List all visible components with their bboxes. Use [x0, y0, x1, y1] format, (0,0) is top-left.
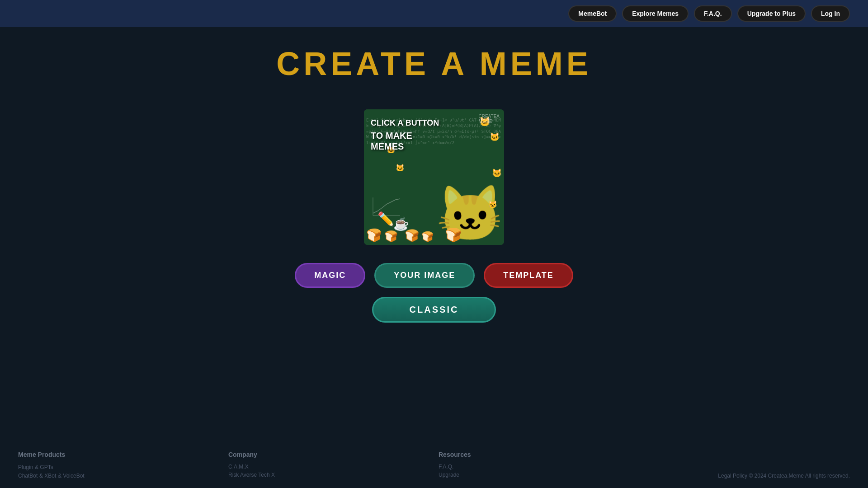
footer-copyright: Legal Policy © 2024 Createa.Meme All rig… — [649, 451, 850, 479]
nav-buttons: MemeBot Explore Memes F.A.Q. Upgrade to … — [568, 5, 850, 22]
meme-image-placeholder: E=mc² f(x)=ax²+bx+c ∫f(x)dx Σn=1∞ ∂²u/∂t… — [364, 109, 504, 245]
footer-resources-title: Resources — [439, 451, 640, 458]
cat-face-4: 🐱 — [488, 200, 497, 209]
page-title: Create A Meme — [276, 45, 591, 82]
footer-bots-row: ChatBot & XBot & VoiceBot — [18, 472, 219, 479]
footer-products-title: Meme Products — [18, 451, 219, 458]
login-button[interactable]: Log In — [811, 5, 850, 22]
explore-memes-button[interactable]: Explore Memes — [622, 5, 689, 22]
footer-resources-col: Resources F.A.Q. Upgrade — [439, 451, 640, 479]
action-buttons-row2: CLASSIC — [372, 297, 496, 323]
meme-line2: TO MAKE — [371, 130, 439, 141]
upgrade-button[interactable]: Upgrade to Plus — [737, 5, 806, 22]
footer-company-title: Company — [228, 451, 429, 458]
header: MemeBot Explore Memes F.A.Q. Upgrade to … — [0, 0, 868, 27]
footer-voicebot-link[interactable]: VoiceBot — [63, 473, 84, 479]
memebot-button[interactable]: MemeBot — [568, 5, 617, 22]
cat-face-3: 🐱 — [492, 168, 502, 178]
your-image-button[interactable]: YOUR IMAGE — [374, 263, 475, 288]
meme-image-container: E=mc² f(x)=ax²+bx+c ∫f(x)dx Σn=1∞ ∂²u/∂t… — [364, 109, 504, 245]
footer-risk-link[interactable]: Risk Averse Tech X — [228, 472, 429, 478]
footer-camx-link[interactable]: C.A.M.X — [228, 464, 429, 470]
footer-gpts-link[interactable]: GPTs — [40, 464, 53, 470]
meme-line3: MEMES — [371, 141, 439, 152]
template-button[interactable]: TEMPLATE — [484, 263, 573, 288]
copyright-text: Legal Policy © 2024 Createa.Meme All rig… — [718, 473, 850, 479]
footer-products-col: Meme Products Plugin & GPTs ChatBot & XB… — [18, 451, 219, 479]
meme-line1: CLICK A BUTTON — [371, 118, 439, 128]
footer-xbot-link[interactable]: XBot — [44, 473, 56, 479]
cat-face-6: 🐱 — [396, 164, 405, 172]
watermark: CREATEAMEME — [479, 114, 500, 124]
faq-button[interactable]: F.A.Q. — [694, 5, 732, 22]
classic-button[interactable]: CLASSIC — [372, 297, 496, 323]
footer-faq-link[interactable]: F.A.Q. — [439, 464, 640, 470]
action-buttons-row1: MAGIC YOUR IMAGE TEMPLATE — [295, 263, 573, 288]
footer-company-col: Company C.A.M.X Risk Averse Tech X — [228, 451, 429, 479]
cat-face-2: 🐱 — [490, 132, 500, 142]
footer-upgrade-link[interactable]: Upgrade — [439, 472, 640, 478]
cup: ☕ — [393, 216, 409, 231]
footer: Meme Products Plugin & GPTs ChatBot & XB… — [0, 437, 868, 488]
main-content: Create A Meme E=mc² f(x)=ax²+bx+c ∫f(x)d… — [0, 27, 868, 323]
magic-button[interactable]: MAGIC — [295, 263, 365, 288]
footer-plugin-link[interactable]: Plugin — [18, 464, 33, 470]
meme-text-overlay: CLICK A BUTTON TO MAKE MEMES — [371, 118, 439, 152]
graph-svg — [371, 195, 402, 218]
footer-link-row: Plugin & GPTs — [18, 464, 219, 470]
footer-chatbot-link[interactable]: ChatBot — [18, 473, 38, 479]
